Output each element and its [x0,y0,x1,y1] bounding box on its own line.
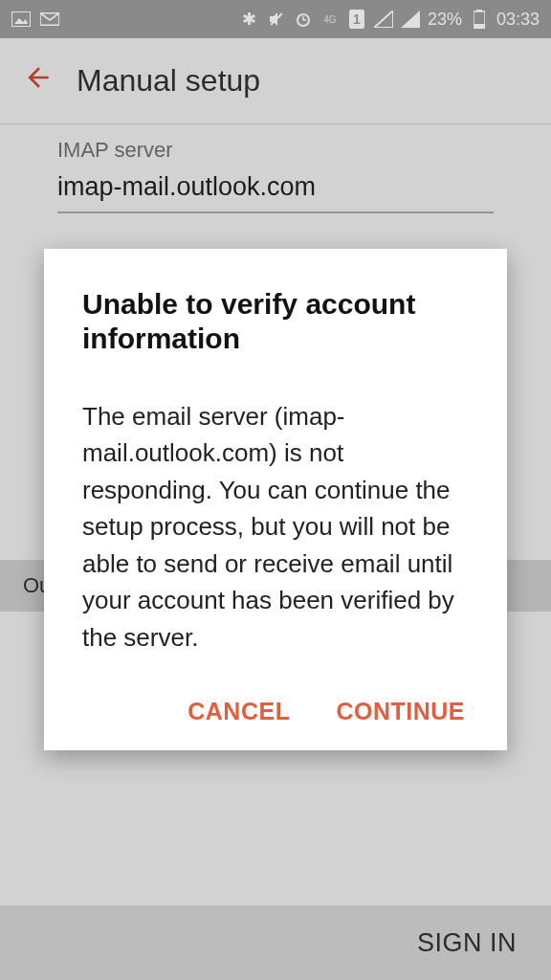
continue-button[interactable]: CONTINUE [336,698,465,725]
error-dialog: Unable to verify account information The… [44,249,507,750]
dialog-title: Unable to verify account information [82,287,469,356]
dialog-body: The email server (imap-mail.outlook.com)… [82,398,469,656]
cancel-button[interactable]: CANCEL [187,698,290,725]
